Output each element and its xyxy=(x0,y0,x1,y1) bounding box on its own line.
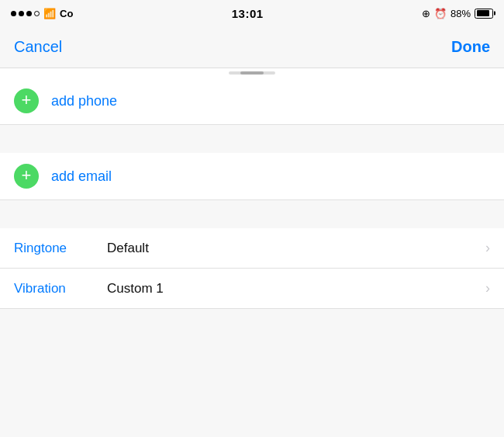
add-email-label: add email xyxy=(51,168,112,185)
vibration-chevron: › xyxy=(485,280,490,297)
dot-3 xyxy=(26,11,32,16)
status-time: 13:01 xyxy=(232,7,264,20)
add-email-plus: + xyxy=(22,167,32,184)
vibration-value: Custom 1 xyxy=(107,281,485,297)
add-phone-row[interactable]: + add phone xyxy=(0,78,504,125)
scroll-thumb xyxy=(240,71,264,75)
add-email-row[interactable]: + add email xyxy=(0,153,504,200)
ringtone-label: Ringtone xyxy=(14,241,107,256)
scroll-indicator xyxy=(0,68,504,78)
done-button[interactable]: Done xyxy=(451,38,490,56)
ringtone-value: Default xyxy=(107,241,485,256)
spacer-2 xyxy=(0,200,504,228)
add-phone-plus: + xyxy=(22,92,32,109)
status-right: ⊕ ⏰ 88% xyxy=(422,8,493,19)
dot-2 xyxy=(19,11,24,16)
vibration-label: Vibration xyxy=(14,281,107,297)
alarm-icon: ⏰ xyxy=(434,8,447,19)
battery-icon xyxy=(475,9,493,19)
gps-icon: ⊕ xyxy=(422,8,430,19)
dot-1 xyxy=(11,11,16,16)
ringtone-row[interactable]: Ringtone Default › xyxy=(0,228,504,269)
vibration-row[interactable]: Vibration Custom 1 › xyxy=(0,269,504,309)
status-left: 📶 Co xyxy=(11,8,73,19)
content-area: + add phone + add email Ringtone Default… xyxy=(0,78,504,309)
dot-4 xyxy=(34,11,40,16)
add-phone-icon: + xyxy=(14,88,39,113)
spacer-1 xyxy=(0,125,504,153)
wifi-icon: 📶 xyxy=(43,8,56,19)
carrier-label: Co xyxy=(60,8,73,19)
add-email-icon: + xyxy=(14,164,39,189)
nav-bar: Cancel Done xyxy=(0,26,504,68)
signal-dots xyxy=(11,11,40,16)
battery-percent: 88% xyxy=(450,8,471,19)
battery-fill xyxy=(477,10,490,16)
status-bar: 📶 Co 13:01 ⊕ ⏰ 88% xyxy=(0,0,504,26)
scroll-track xyxy=(229,71,275,75)
add-phone-label: add phone xyxy=(51,93,117,109)
cancel-button[interactable]: Cancel xyxy=(14,38,62,56)
ringtone-chevron: › xyxy=(485,240,490,256)
